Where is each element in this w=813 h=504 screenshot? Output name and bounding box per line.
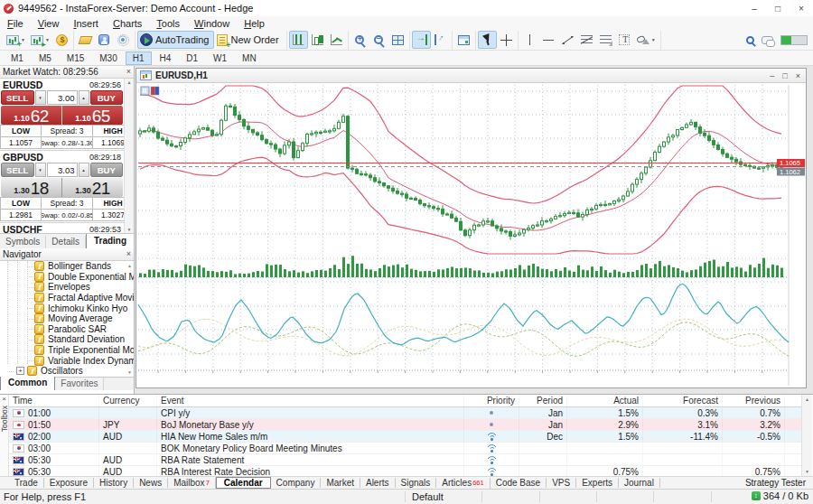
volume-increase-button[interactable]: ▲ xyxy=(79,163,89,177)
menu-file[interactable]: File xyxy=(0,18,31,29)
linechart-button[interactable] xyxy=(327,31,346,49)
zoomin-button[interactable] xyxy=(350,31,369,49)
tag-button[interactable] xyxy=(76,31,95,49)
profiles-button[interactable]: ▼ xyxy=(28,31,52,49)
status-profile[interactable]: Default xyxy=(412,491,444,502)
newchart-button[interactable]: ▼ xyxy=(4,31,28,49)
column-header-period[interactable]: Period xyxy=(519,395,567,406)
navigator-item-triple-exponential-moving-average[interactable]: fTriple Exponential Moving Average xyxy=(0,345,134,356)
buy-button[interactable]: BUY xyxy=(90,90,124,105)
close-button[interactable]: × xyxy=(790,0,813,16)
column-header-currency[interactable]: Currency xyxy=(99,395,157,406)
candles-button[interactable] xyxy=(308,31,327,49)
navigator-item-standard-deviation[interactable]: fStandard Deviation xyxy=(0,334,134,345)
navigator-close-icon[interactable]: × xyxy=(126,250,131,258)
navigator-item-bollinger-bands[interactable]: fBollinger Bands xyxy=(0,261,134,272)
menu-window[interactable]: Window xyxy=(187,18,237,29)
navigator-item-oscillators[interactable]: +fOscillators xyxy=(0,366,134,377)
toolbox-tab-vps[interactable]: VPS xyxy=(547,478,576,488)
calendar-row[interactable]: 05:30AUDRBA Interest Rate Decision0.75%0… xyxy=(9,466,801,476)
calendar-row[interactable]: 03:00BOK Monetary Policy Board Meeting M… xyxy=(9,443,801,454)
timeframe-m1[interactable]: M1 xyxy=(4,51,31,65)
chart-close-button[interactable]: × xyxy=(796,71,800,80)
navigator-item-double-exponential-moving-average[interactable]: fDouble Exponential Moving Average xyxy=(0,272,134,283)
navigator-item-moving-average[interactable]: fMoving Average xyxy=(0,313,134,324)
scroll-up-icon[interactable]: ▲ xyxy=(127,263,132,268)
search-icon[interactable] xyxy=(746,36,754,44)
accounts-button[interactable] xyxy=(52,31,71,49)
shapes-button[interactable]: ▼ xyxy=(634,31,659,49)
menu-charts[interactable]: Charts xyxy=(106,18,149,29)
tab-details[interactable]: Details xyxy=(46,236,86,248)
calendar-row[interactable]: 02:00AUDHIA New Home Sales m/mDec1.5%-11… xyxy=(9,431,801,443)
timeframe-h4[interactable]: H4 xyxy=(153,51,179,65)
chart-title-bar[interactable]: EURUSD,H1 –□× xyxy=(136,69,806,83)
volume-decrease-button[interactable]: ▼ xyxy=(35,90,46,105)
timeframe-m15[interactable]: M15 xyxy=(60,51,91,65)
templates-button[interactable] xyxy=(454,31,473,49)
column-header-forecast[interactable]: Forecast xyxy=(643,395,723,406)
toolbox-tab-market[interactable]: Market xyxy=(321,478,360,488)
tab-favorites[interactable]: Favorites xyxy=(55,378,104,390)
vline-button[interactable] xyxy=(520,31,539,49)
market-watch-close-icon[interactable]: × xyxy=(126,68,131,76)
scroll-up-icon[interactable]: ▲ xyxy=(127,79,132,85)
tab-trading[interactable]: Trading xyxy=(86,233,134,248)
volume-input[interactable]: 3.03 xyxy=(47,163,78,177)
menu-view[interactable]: View xyxy=(31,18,67,29)
navigator-item-parabolic-sar[interactable]: fParabolic SAR xyxy=(0,324,134,335)
menu-help[interactable]: Help xyxy=(237,18,272,29)
column-header-previous[interactable]: Previous xyxy=(723,395,785,406)
cursor-button[interactable] xyxy=(478,31,497,49)
timeframe-m30[interactable]: M30 xyxy=(92,51,124,65)
trend-button[interactable] xyxy=(558,31,577,49)
timeframe-mn[interactable]: MN xyxy=(235,51,264,65)
navigator-item-envelopes[interactable]: fEnvelopes xyxy=(0,282,134,293)
tiles-button[interactable] xyxy=(388,31,407,49)
column-header-actual[interactable]: Actual xyxy=(567,395,643,406)
menu-tools[interactable]: Tools xyxy=(149,18,187,29)
toolbox-tab-articles[interactable]: Articles661 xyxy=(436,478,490,489)
scroll-down-icon[interactable]: ▼ xyxy=(127,369,132,375)
toolbox-tab-code-base[interactable]: Code Base xyxy=(491,478,547,488)
sell-button[interactable]: SELL xyxy=(1,163,34,177)
expand-icon[interactable]: + xyxy=(16,367,24,375)
market-watch-scrollbar[interactable]: ▲▼ xyxy=(124,79,134,233)
textbox-button[interactable] xyxy=(615,31,634,49)
shift-button[interactable] xyxy=(431,31,450,49)
maximize-button[interactable]: □ xyxy=(766,0,790,16)
autoscroll-button[interactable] xyxy=(412,31,431,49)
timeframe-h1[interactable]: H1 xyxy=(126,51,152,65)
autotrading-button[interactable]: AutoTrading xyxy=(137,31,215,49)
navigator-item-variable-index-dynamic-average[interactable]: fVariable Index Dynamic Average xyxy=(0,355,134,366)
scroll-down-icon[interactable]: ▼ xyxy=(127,227,132,232)
calendar-row[interactable]: 01:50JPYBoJ Monetary Base y/yJan2.9%3.1%… xyxy=(9,419,801,431)
calendar-row[interactable]: 05:30AUDRBA Rate Statement xyxy=(9,454,801,466)
calendar-row[interactable]: 01:00CPI y/yJan1.5%0.3%0.7% xyxy=(9,407,801,419)
timeframe-d1[interactable]: D1 xyxy=(179,51,205,65)
toolbox-tab-journal[interactable]: Journal xyxy=(619,478,660,488)
zoomout-button[interactable] xyxy=(369,31,388,49)
calendar-scrollbar[interactable]: ▲ ▼ xyxy=(801,395,812,476)
toolbox-tab-mailbox[interactable]: Mailbox7 xyxy=(168,478,216,489)
strategy-tester-tab[interactable]: Strategy Tester xyxy=(745,478,813,488)
price-chart[interactable]: 1.10651.1062 xyxy=(136,83,806,387)
column-header-time[interactable]: Time xyxy=(9,395,99,406)
toolbox-tab-signals[interactable]: Signals xyxy=(396,478,437,488)
buy-button[interactable]: BUY xyxy=(90,163,124,177)
broadcast-button[interactable] xyxy=(114,31,133,49)
new-order-button[interactable]: New Order xyxy=(214,31,284,49)
tab-symbols[interactable]: Symbols xyxy=(0,236,46,248)
chat-icon[interactable] xyxy=(762,36,773,44)
bars-button[interactable] xyxy=(289,31,308,49)
toolbox-tab-alerts[interactable]: Alerts xyxy=(360,478,396,488)
toolbox-tab-trade[interactable]: Trade xyxy=(9,478,44,488)
chevron-down-icon[interactable]: ▼ xyxy=(651,37,656,42)
sell-button[interactable]: SELL xyxy=(1,90,34,105)
toolbox-tab-exposure[interactable]: Exposure xyxy=(44,478,94,488)
crosshair-button[interactable] xyxy=(497,31,516,49)
column-header-priority[interactable]: Priority xyxy=(464,395,519,406)
toolbox-tab-company[interactable]: Company xyxy=(271,478,322,488)
volume-increase-button[interactable]: ▲ xyxy=(79,90,89,105)
conn-icon[interactable] xyxy=(780,35,808,45)
